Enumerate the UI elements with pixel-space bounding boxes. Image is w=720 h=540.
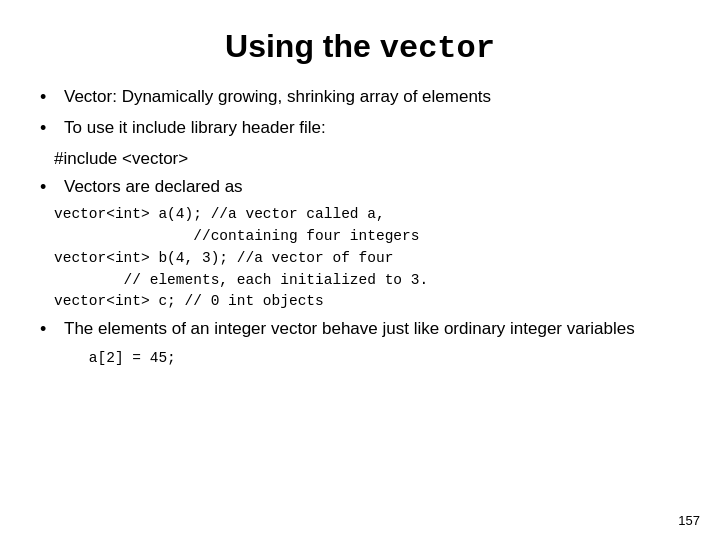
title-prefix: Using the [225, 28, 380, 64]
include-line: #include <vector> [54, 147, 680, 171]
slide-title: Using the vector [40, 28, 680, 67]
slide: Using the vector • Vector: Dynamically g… [0, 0, 720, 540]
bullet-text: Vector: Dynamically growing, shrinking a… [64, 85, 491, 109]
bullet-list: • Vector: Dynamically growing, shrinking… [40, 85, 680, 141]
bullet-text: To use it include library header file: [64, 116, 326, 140]
title-code: vector [380, 30, 495, 67]
last-code-block: a[2] = 45; [54, 348, 680, 370]
code-line-5: vector<int> c; // 0 int objects [54, 293, 324, 309]
bullet-text: The elements of an integer vector behave… [64, 317, 635, 341]
code-block: vector<int> a(4); //a vector called a, /… [54, 204, 680, 313]
code-line-3: vector<int> b(4, 3); //a vector of four [54, 250, 393, 266]
bullet-dot: • [40, 317, 54, 342]
bullet-dot: • [40, 175, 54, 200]
code-line-1: vector<int> a(4); //a vector called a, [54, 206, 385, 222]
bullet-list-3: • The elements of an integer vector beha… [40, 317, 680, 342]
code-line-2: //containing four integers [54, 228, 419, 244]
page-number: 157 [678, 513, 700, 528]
list-item: • The elements of an integer vector beha… [40, 317, 680, 342]
bullet-dot: • [40, 85, 54, 110]
list-item: • Vector: Dynamically growing, shrinking… [40, 85, 680, 110]
bullet-list-2: • Vectors are declared as [40, 175, 680, 200]
bullet-dot: • [40, 116, 54, 141]
code-line-4: // elements, each initialized to 3. [54, 272, 428, 288]
bullet-text: Vectors are declared as [64, 175, 243, 199]
list-item: • To use it include library header file: [40, 116, 680, 141]
list-item: • Vectors are declared as [40, 175, 680, 200]
